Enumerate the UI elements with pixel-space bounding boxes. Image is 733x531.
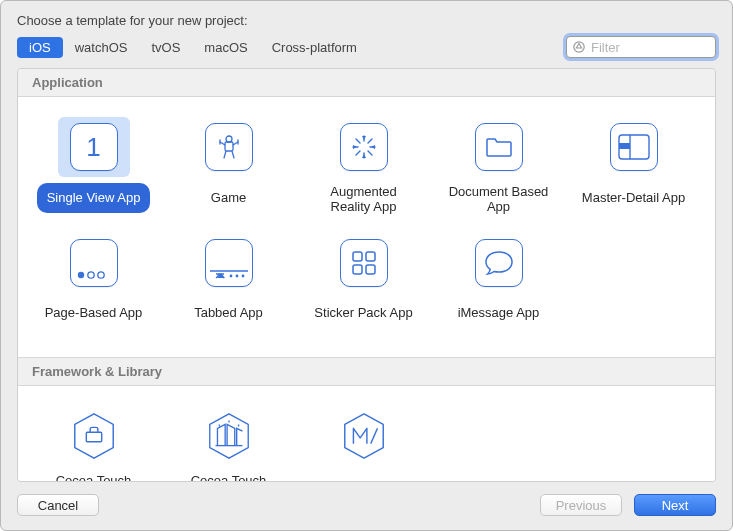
template-label: Cocoa Touch Framework [30, 472, 158, 482]
svg-rect-8 [619, 143, 630, 149]
section-header-application: Application [18, 69, 715, 97]
template-label: Cocoa Touch Static Library [165, 472, 293, 482]
tab-watchos[interactable]: watchOS [63, 37, 140, 58]
section-grid-application: 1 Single View App Game [18, 97, 715, 357]
svg-point-12 [97, 272, 103, 278]
template-augmented-reality-app[interactable]: Augmented Reality App [296, 117, 431, 217]
svg-rect-19 [366, 252, 375, 261]
svg-point-10 [77, 272, 83, 278]
template-label: Page-Based App [35, 299, 153, 329]
svg-marker-5 [353, 145, 357, 149]
template-label: Augmented Reality App [300, 183, 428, 217]
section-header-framework: Framework & Library [18, 357, 715, 386]
template-label: Game [201, 183, 256, 213]
svg-rect-23 [86, 432, 101, 442]
metal-library-icon [328, 406, 400, 466]
filter-field-wrap [566, 36, 716, 58]
svg-rect-18 [353, 252, 362, 261]
template-metal-library[interactable]: Metal Library [296, 406, 431, 482]
svg-point-1 [226, 136, 232, 142]
svg-marker-22 [74, 414, 112, 458]
template-label: Metal Library [316, 472, 411, 482]
template-chooser-window: Choose a template for your new project: … [0, 0, 733, 531]
sticker-pack-icon [328, 233, 400, 293]
framework-icon [58, 406, 130, 466]
static-library-icon [193, 406, 265, 466]
template-page-based-app[interactable]: Page-Based App [26, 233, 161, 329]
ar-icon [328, 117, 400, 177]
tabbed-icon [193, 233, 265, 293]
section-grid-framework: Cocoa Touch Framework Cocoa Touch Static… [18, 386, 715, 482]
template-single-view-app[interactable]: 1 Single View App [26, 117, 161, 217]
template-label: Tabbed App [184, 299, 273, 329]
svg-point-16 [235, 274, 238, 277]
svg-rect-2 [225, 142, 233, 151]
filter-input[interactable] [566, 36, 716, 58]
svg-marker-24 [209, 414, 247, 458]
svg-point-17 [241, 274, 244, 277]
svg-point-11 [87, 272, 93, 278]
template-sticker-pack-app[interactable]: Sticker Pack App [296, 233, 431, 329]
template-document-based-app[interactable]: Document Based App [431, 117, 566, 217]
single-view-icon: 1 [58, 117, 130, 177]
template-label: Single View App [37, 183, 151, 213]
template-cocoa-touch-framework[interactable]: Cocoa Touch Framework [26, 406, 161, 482]
game-icon [193, 117, 265, 177]
document-icon [463, 117, 535, 177]
filter-icon [572, 40, 586, 54]
template-label: iMessage App [448, 299, 550, 329]
tab-ios[interactable]: iOS [17, 37, 63, 58]
svg-rect-21 [366, 265, 375, 274]
template-cocoa-touch-static-library[interactable]: Cocoa Touch Static Library [161, 406, 296, 482]
platform-tabs: iOS watchOS tvOS macOS Cross-platform [17, 37, 369, 58]
svg-marker-26 [344, 414, 382, 458]
tab-cross-platform[interactable]: Cross-platform [260, 37, 369, 58]
previous-button[interactable]: Previous [540, 494, 622, 516]
page-based-icon [58, 233, 130, 293]
page-title: Choose a template for your new project: [1, 1, 732, 36]
master-detail-icon [598, 117, 670, 177]
template-label: Document Based App [435, 183, 563, 217]
template-label: Master-Detail App [572, 183, 695, 213]
svg-marker-4 [362, 154, 366, 158]
template-label: Sticker Pack App [304, 299, 422, 329]
svg-marker-6 [371, 145, 375, 149]
template-game[interactable]: Game [161, 117, 296, 217]
template-master-detail-app[interactable]: Master-Detail App [566, 117, 701, 217]
svg-point-15 [229, 274, 232, 277]
imessage-icon [463, 233, 535, 293]
svg-marker-3 [362, 136, 366, 140]
svg-rect-20 [353, 265, 362, 274]
footer: Cancel Previous Next [1, 482, 732, 530]
cancel-button[interactable]: Cancel [17, 494, 99, 516]
next-button[interactable]: Next [634, 494, 716, 516]
template-imessage-app[interactable]: iMessage App [431, 233, 566, 329]
footer-right-group: Previous Next [540, 494, 716, 516]
template-list: Application 1 Single View App [17, 68, 716, 482]
template-tabbed-app[interactable]: Tabbed App [161, 233, 296, 329]
tab-macos[interactable]: macOS [192, 37, 259, 58]
tab-tvos[interactable]: tvOS [139, 37, 192, 58]
toolbar: iOS watchOS tvOS macOS Cross-platform [1, 36, 732, 68]
